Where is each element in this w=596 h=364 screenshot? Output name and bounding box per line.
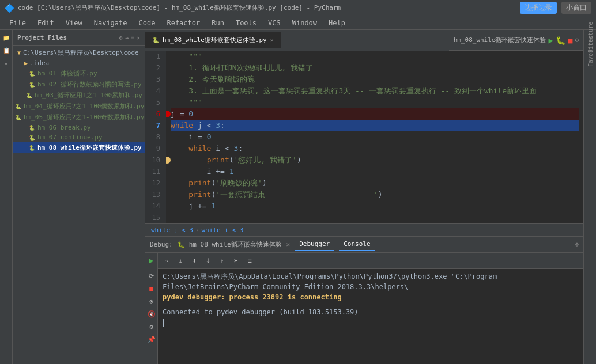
tree-label-hm05: hm_05_循环应用2之1-100奇数累加和.py [24, 113, 144, 122]
py-file-icon7: 🐍 [29, 135, 35, 141]
debug-pin[interactable]: 📌 [146, 334, 157, 344]
step-over-btn[interactable]: ↷ [160, 255, 173, 267]
linenum-1: 1 [145, 51, 163, 62]
linenum-6: 6 [145, 108, 163, 120]
console-warning-line: pydev debugger: process 23892 is connect… [163, 292, 579, 302]
tree-file-hm04[interactable]: 🐍 hm_04_循环应用2之1-100偶数累加和.py [13, 101, 145, 112]
linenum-12: 12 [145, 177, 163, 189]
menu-edit[interactable]: Edit [33, 18, 59, 28]
code-line-10: print('您好儿, 我错了') [171, 154, 579, 166]
step-into-btn[interactable]: ↓ [174, 255, 187, 267]
run-button[interactable]: ▶ [549, 36, 553, 45]
step-out-btn[interactable]: ↑ [216, 255, 228, 267]
code-content[interactable]: """ 1. 循环打印N次妈妈叫儿儿, 我错了 2. 今天刷碗饭的碗 3. 上面… [166, 51, 583, 223]
menu-help[interactable]: Help [324, 18, 350, 28]
console-success-text: Connected to pydev debugger (build 183.5… [163, 308, 359, 316]
editor-tab-active[interactable]: 🐍 hm_08_while循环嵌套快速体验.py ✕ [145, 32, 281, 48]
run-to-cursor-btn[interactable]: ➤ [229, 255, 242, 267]
title-text: 🔷 code [C:\Users\黑马程序员\Desktop\code] - h… [5, 3, 341, 13]
idea-folder-icon: ▶ [24, 60, 28, 66]
expand-icon[interactable]: ↔ [125, 35, 129, 41]
project-header-icons: ⚙ ↔ ≡ ✕ [119, 35, 140, 41]
linenum-3: 3 [145, 74, 163, 85]
debug-resume[interactable]: ⟳ [146, 271, 157, 281]
window-controls: 边播边录 小窗口 [520, 2, 591, 14]
tree-root[interactable]: ▼ C:\Users\黑马程序员\Desktop\code [13, 47, 145, 58]
breadcrumb: while j < 3 › while i < 3 [145, 223, 583, 236]
console-cursor-line [163, 317, 579, 328]
menu-file[interactable]: File [5, 18, 31, 28]
menu-vcs[interactable]: VCS [263, 18, 285, 28]
left-sidebar-icons: 📁 📋 ★ [0, 30, 13, 364]
py-file-icon8: 🐍 [29, 145, 35, 151]
code-line-1: """ [171, 51, 579, 62]
tree-file-hm07[interactable]: 🐍 hm_07_continue.py [13, 132, 145, 142]
linenum-13: 13 [145, 189, 163, 200]
editor-area: 🐍 hm_08_while循环嵌套快速体验.py ✕ hm_08_while循环… [145, 30, 583, 236]
tree-label-hm08: hm_08_while循环嵌套快速体验.py [37, 143, 142, 152]
structure-icon[interactable]: 📋 [1, 45, 12, 55]
menu-run[interactable]: Run [207, 18, 229, 28]
folder-icon: ▼ [17, 50, 21, 56]
console-warning-text: pydev debugger: process 23892 is connect… [163, 293, 342, 301]
force-step-into-btn[interactable]: ⤓ [202, 255, 214, 267]
linenum-9: 9 [145, 143, 163, 154]
code-line-11: i += 1 [171, 166, 579, 177]
favorites-icon[interactable]: ★ [1, 58, 12, 68]
project-icon[interactable]: 📁 [1, 32, 12, 43]
tree-file-hm03[interactable]: 🐍 hm_03_循环应用1之1-100累加和.py [13, 90, 145, 101]
debug-mute[interactable]: 🔇 [146, 309, 157, 319]
tree-idea-folder[interactable]: ▶ .idea [13, 58, 145, 68]
debug-content: C:\Users\黑马程序员\AppData\Local\Programs\Py… [158, 269, 583, 364]
favorites-right-icon[interactable]: Favorites [585, 46, 595, 56]
linenum-15: 15 [145, 212, 163, 223]
debug-settings2[interactable]: ⚙ [146, 321, 157, 332]
linenum-5: 5 [145, 97, 163, 108]
project-tree: ▼ C:\Users\黑马程序员\Desktop\code ▶ .idea 🐍 … [13, 46, 145, 364]
settings-icon[interactable]: ⚙ [119, 35, 123, 41]
menu-navigate[interactable]: Navigate [89, 18, 132, 28]
linenum-7: 7 [145, 120, 163, 131]
code-line-8: i = 0 [171, 131, 579, 143]
code-editor[interactable]: 1 2 3 4 5 6 7 8 9 10 11 12 13 14 15 [145, 51, 583, 223]
py-file-icon5: 🐍 [15, 115, 21, 120]
linenum-2: 2 [145, 62, 163, 74]
gear-btn[interactable]: ⚙ [575, 36, 579, 44]
debug-view-breakpoints[interactable]: ⊙ [146, 296, 157, 306]
tree-file-hm05[interactable]: 🐍 hm_05_循环应用2之1-100奇数累加和.py [13, 112, 145, 123]
close-panel-icon[interactable]: ✕ [137, 35, 140, 41]
menu-window[interactable]: Window [288, 18, 322, 28]
debug-settings-icon[interactable]: ⚙ [575, 241, 579, 248]
tree-file-hm08[interactable]: 🐍 hm_08_while循环嵌套快速体验.py [13, 142, 145, 153]
evaluate-expr-btn[interactable]: ≡ [243, 255, 256, 267]
menu-refactor[interactable]: Refactor [162, 18, 205, 28]
menu-view[interactable]: View [61, 18, 87, 28]
tree-root-label: C:\Users\黑马程序员\Desktop\code [23, 48, 139, 57]
linenum-8: 8 [145, 131, 163, 143]
stop-button[interactable]: ■ [568, 36, 572, 45]
gear-icon[interactable]: ≡ [131, 35, 134, 41]
step-into-my-btn[interactable]: ⬇ [188, 255, 201, 267]
debug-left-toolbar: ▶ ⟳ ■ ⊙ 🔇 ⚙ 📌 [145, 253, 158, 364]
menu-code[interactable]: Code [134, 18, 160, 28]
line-numbers: 1 2 3 4 5 6 7 8 9 10 11 12 13 14 15 [145, 51, 166, 223]
debug-stop-btn[interactable]: ■ [146, 283, 157, 294]
tree-file-hm01[interactable]: 🐍 hm_01_体验循环.py [13, 68, 145, 79]
sidebar-label1: 边播边录 [520, 2, 557, 14]
py-file-icon2: 🐍 [29, 82, 35, 88]
tab-close-btn[interactable]: ✕ [270, 37, 274, 43]
debug-step-over[interactable]: ▶ [146, 255, 157, 266]
menu-tools[interactable]: Tools [231, 18, 261, 28]
debug-run-button[interactable]: 🐛 [556, 36, 565, 45]
debug-tab-debugger[interactable]: Debugger [295, 238, 334, 251]
right-sidebar-icons: Structure Favorites [583, 30, 596, 364]
tree-file-hm02[interactable]: 🐍 hm_02_循环行数鼓励习惯的写法.py [13, 79, 145, 90]
app-icon: 🔷 [5, 3, 14, 13]
debug-tab-close[interactable]: ✕ [286, 241, 291, 248]
tab-file-icon: 🐍 [152, 37, 159, 43]
debug-tab-console[interactable]: Console [339, 238, 375, 251]
tree-file-hm06[interactable]: 🐍 hm_06_break.py [13, 123, 145, 132]
console-spacer [163, 302, 579, 307]
py-file-icon4: 🐍 [15, 104, 21, 109]
debug-tab-filename: hm_08_while循环嵌套快速体验 [189, 240, 282, 249]
